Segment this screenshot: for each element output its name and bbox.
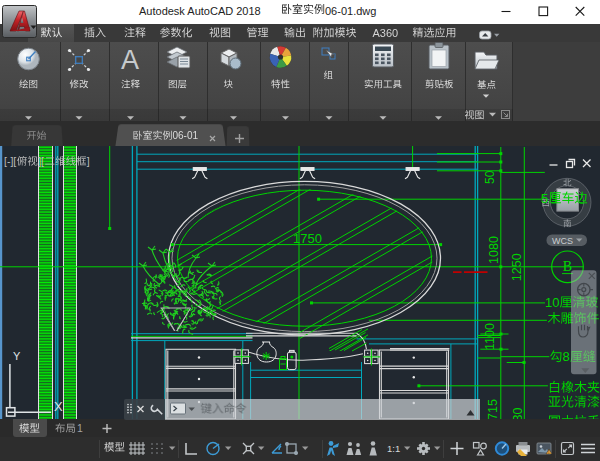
svg-text:1750: 1750 (293, 231, 322, 246)
svg-text:8: 8 (563, 349, 570, 364)
svg-text:50: 50 (484, 170, 498, 184)
svg-text:1:1: 1:1 (387, 443, 400, 454)
svg-text:!: ! (548, 450, 549, 455)
svg-text:[-][: [-][ (4, 155, 16, 167)
svg-text:10: 10 (545, 295, 559, 310)
svg-text:1250: 1250 (511, 253, 525, 281)
svg-text:WCS: WCS (552, 236, 573, 246)
svg-text:Y: Y (13, 350, 21, 362)
svg-text:A: A (121, 45, 139, 75)
svg-text:1100: 1100 (483, 323, 497, 350)
svg-text:][: ][ (38, 155, 44, 167)
svg-text:]: ] (87, 155, 90, 167)
svg-text:X: X (54, 399, 63, 414)
svg-text:715: 715 (486, 399, 500, 419)
svg-text:B: B (563, 259, 572, 274)
svg-text:30: 30 (511, 408, 525, 419)
svg-text:1080: 1080 (487, 236, 501, 264)
svg-text:5: 5 (541, 191, 548, 206)
